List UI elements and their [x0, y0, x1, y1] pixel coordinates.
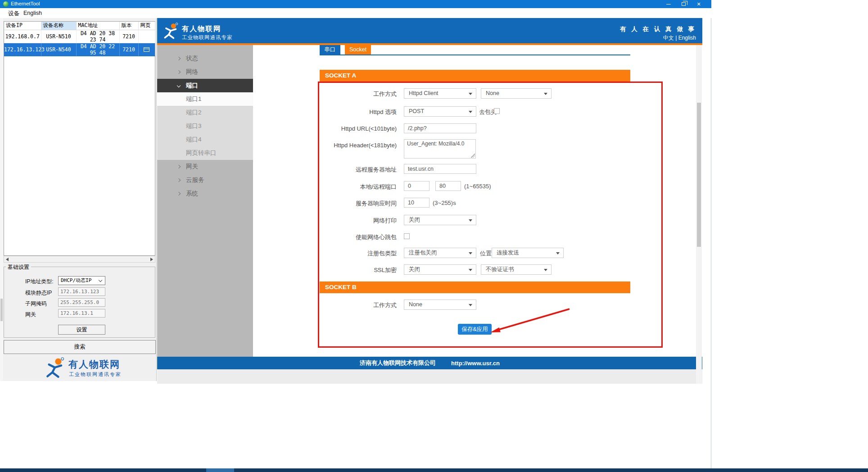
web-vertical-scrollbar[interactable]	[696, 45, 702, 384]
httpd-header-label: Httpd Header(<181byte)	[270, 142, 397, 149]
dropdown-caret-icon	[469, 269, 472, 271]
sidebar-item-port3[interactable]: 端口3	[157, 119, 253, 133]
cell-version[interactable]: 7210	[119, 43, 138, 56]
response-time-label: 服务器响应时间	[270, 200, 397, 208]
col-version[interactable]: 版本	[119, 22, 138, 30]
static-ip-field[interactable]	[58, 287, 105, 296]
cell-mac[interactable]: D4 AD 20 38 23 74	[76, 30, 119, 43]
cell-ip[interactable]: 192.168.0.7	[4, 30, 41, 43]
response-time-input[interactable]	[404, 198, 429, 208]
app-icon	[3, 1, 9, 7]
cell-name[interactable]: USR-N510	[41, 30, 76, 43]
usr-logo-name: 有人物联网	[68, 358, 120, 371]
taskbar-active-app[interactable]	[206, 468, 234, 472]
static-ip-label: 模块静态IP	[25, 289, 52, 297]
httpd-header-textarea[interactable]: User_Agent: Mozilla/4.0	[404, 139, 476, 159]
httpd-url-label: Httpd URL(<101byte)	[270, 125, 397, 132]
sidebar-item-status[interactable]: 状态	[157, 52, 253, 65]
language-switch[interactable]: 中文 | English	[663, 34, 696, 42]
ssl-select[interactable]: 关闭	[404, 264, 476, 275]
device-table: 设备IP 设备名称 MAC地址 版本 网页 192.168.0.7 USR-N5…	[4, 22, 155, 56]
local-port-input[interactable]	[404, 181, 429, 191]
web-header: 有人物联网 工业物联网通讯专家 有 人 在 认 真 做 事 中文 | Engli…	[157, 18, 702, 43]
net-print-select[interactable]: 关闭	[404, 215, 476, 225]
minimize-button[interactable]	[661, 0, 676, 8]
cell-webpage[interactable]	[138, 30, 155, 43]
webpage-icon[interactable]	[144, 47, 149, 52]
ip-type-value: DHCP/动态IP	[61, 277, 91, 283]
work-mode-b-select[interactable]: None	[404, 300, 476, 310]
tab-socket[interactable]: Socket	[345, 45, 371, 54]
ethernettool-window: EthernetTool ✕ 设备 English 设备IP 设备名称	[0, 0, 711, 468]
left-vertical-scrollbar[interactable]	[0, 18, 3, 381]
cell-version[interactable]: 7210	[119, 30, 138, 43]
footer-url[interactable]: http://www.usr.cn	[451, 360, 500, 367]
sidebar-item-port1[interactable]: 端口1	[157, 92, 253, 106]
netmask-label: 子网掩码	[25, 300, 47, 308]
device-row[interactable]: 192.168.0.7 USR-N510 D4 AD 20 38 23 74 7…	[4, 30, 155, 43]
menu-device[interactable]: 设备	[8, 10, 19, 18]
cell-ip[interactable]: 172.16.13.123	[4, 43, 41, 56]
device-row-selected[interactable]: 172.16.13.123 USR-N540 D4 AD 20 22 95 48…	[4, 43, 155, 56]
httpd-method-select[interactable]: POST	[404, 106, 476, 117]
cell-mac[interactable]: D4 AD 20 22 95 48	[76, 43, 119, 56]
chevron-right-icon	[177, 192, 181, 195]
sidebar-item-cloud[interactable]: 云服务	[157, 173, 253, 187]
sidebar-item-web2serial[interactable]: 网页转串口	[157, 146, 253, 160]
col-device-ip[interactable]: 设备IP	[4, 22, 41, 30]
reg-packet-label: 注册包类型	[270, 250, 397, 258]
table-horizontal-scrollbar[interactable]	[4, 256, 155, 263]
sidebar-item-gateway[interactable]: 网关	[157, 160, 253, 173]
sidebar-item-port2[interactable]: 端口2	[157, 106, 253, 119]
strip-header-checkbox[interactable]	[494, 108, 500, 114]
close-button[interactable]: ✕	[692, 0, 706, 8]
col-mac[interactable]: MAC地址	[76, 22, 119, 30]
restore-icon	[682, 2, 686, 6]
work-mode-select[interactable]: Httpd Client	[404, 88, 476, 99]
sidebar-item-system[interactable]: 系统	[157, 187, 253, 200]
menu-english[interactable]: English	[23, 10, 42, 16]
remote-server-input[interactable]	[404, 164, 476, 174]
search-button[interactable]: 搜索	[4, 340, 156, 354]
scroll-left-icon[interactable]	[6, 258, 9, 261]
cell-name[interactable]: USR-N540	[41, 43, 76, 56]
work-mode-select-2[interactable]: None	[481, 88, 552, 99]
reg-packet-select[interactable]: 注册包关闭	[404, 248, 476, 258]
tab-serial[interactable]: 串口	[320, 45, 340, 54]
gateway-field[interactable]	[58, 309, 105, 318]
httpd-url-input[interactable]	[404, 123, 476, 133]
device-table-container: 设备IP 设备名称 MAC地址 版本 网页 192.168.0.7 USR-N5…	[4, 21, 155, 256]
sidebar-item-port4[interactable]: 端口4	[157, 133, 253, 146]
footer-company: 济南有人物联网技术有限公司	[360, 359, 436, 367]
annotation-red-arrow	[484, 303, 574, 336]
device-panel: 设备IP 设备名称 MAC地址 版本 网页 192.168.0.7 USR-N5…	[0, 18, 157, 381]
title-bar[interactable]: EthernetTool ✕	[0, 0, 711, 8]
restore-button[interactable]	[676, 0, 691, 8]
heartbeat-checkbox[interactable]	[404, 233, 410, 239]
sidebar-item-port[interactable]: 端口	[157, 79, 253, 92]
device-table-header: 设备IP 设备名称 MAC地址 版本 网页	[4, 22, 155, 30]
textarea-resize-grip[interactable]	[471, 154, 475, 158]
gateway-label: 网关	[25, 311, 36, 318]
netmask-field[interactable]	[58, 298, 105, 307]
window-title: EthernetTool	[11, 1, 40, 6]
reg-position-select[interactable]: 连接发送	[492, 248, 564, 258]
scroll-right-icon[interactable]	[150, 258, 153, 261]
socket-a-header: SOCKET A	[320, 70, 630, 82]
ip-type-combobox[interactable]: DHCP/动态IP	[58, 276, 105, 285]
cell-webpage[interactable]	[138, 43, 155, 56]
set-button[interactable]: 设置	[58, 325, 105, 335]
ssl-cert-select[interactable]: 不验证证书	[481, 264, 552, 275]
col-device-name[interactable]: 设备名称	[41, 22, 76, 30]
dropdown-caret-icon	[469, 93, 472, 95]
response-time-hint: (3~255)s	[433, 200, 456, 206]
web-sidebar: 状态 网络 端口 端口1 端口2 端口3 端口4 网页转串口 网关 云服务 系统	[157, 45, 253, 357]
chevron-down-icon	[177, 84, 181, 87]
remote-port-input[interactable]	[435, 181, 461, 191]
taskbar[interactable]	[0, 468, 868, 472]
col-webpage[interactable]: 网页	[138, 22, 155, 30]
sidebar-item-network[interactable]: 网络	[157, 65, 253, 79]
scrollbar-thumb[interactable]	[0, 299, 3, 321]
save-apply-button[interactable]: 保存&应用	[458, 324, 492, 335]
scrollbar-thumb[interactable]	[697, 103, 701, 247]
